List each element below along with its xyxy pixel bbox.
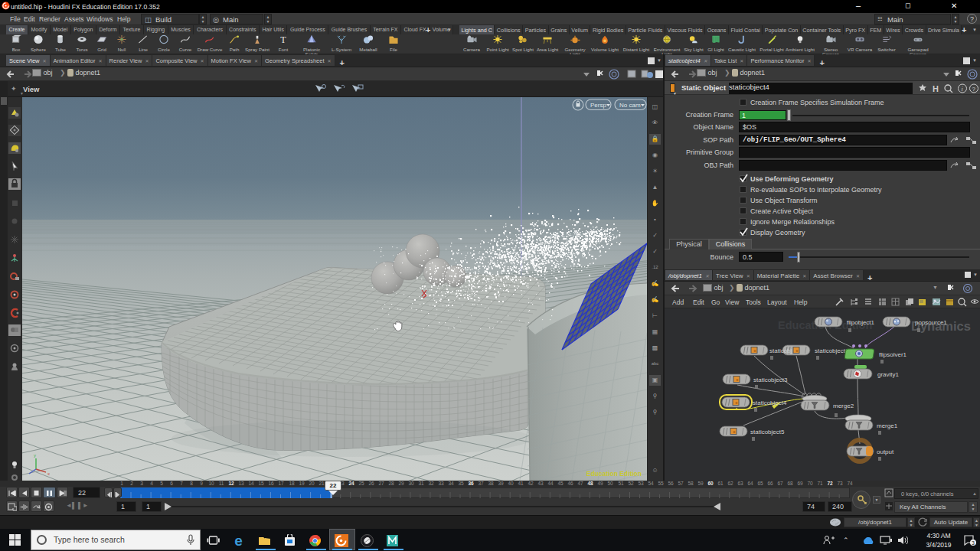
svg-text:staticobject4: staticobject4 <box>753 399 787 406</box>
svg-text:y: y <box>34 453 36 458</box>
svg-text:T: T <box>280 34 286 44</box>
svg-text:i: i <box>962 86 963 93</box>
svg-text:flipobject1: flipobject1 <box>847 319 875 326</box>
svg-text:staticobj: staticobj <box>769 347 792 354</box>
svg-text:Education Edition: Education Edition <box>586 470 642 478</box>
svg-text:e: e <box>234 534 243 547</box>
svg-text:merge1: merge1 <box>877 422 898 429</box>
svg-text:popsource1: popsource1 <box>915 319 947 326</box>
svg-text:staticobject3: staticobject3 <box>753 377 788 383</box>
svg-text:gravity1: gravity1 <box>877 371 900 378</box>
svg-text:Persp: Persp <box>590 102 606 109</box>
svg-text:H: H <box>933 84 939 93</box>
svg-text:merge2: merge2 <box>833 403 854 409</box>
svg-text:output: output <box>877 448 894 455</box>
svg-text:x: x <box>47 471 50 476</box>
svg-text:flipsolver1: flipsolver1 <box>879 351 907 358</box>
svg-text:No cam: No cam <box>619 102 641 109</box>
svg-text:staticobject1: staticobject1 <box>815 347 849 354</box>
svg-text:staticobject5: staticobject5 <box>750 429 785 435</box>
svg-text:3: 3 <box>972 540 975 546</box>
svg-text:?: ? <box>972 86 976 93</box>
